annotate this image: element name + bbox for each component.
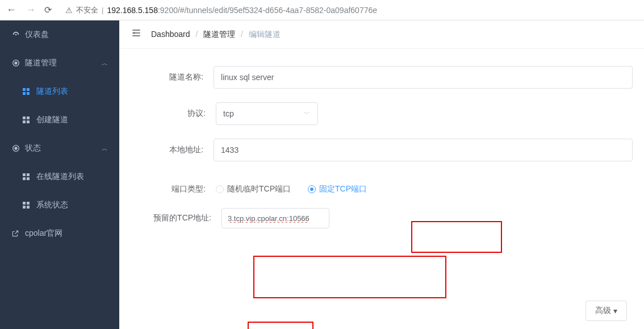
local-addr-label: 本地地址: (131, 145, 214, 155)
browser-toolbar: ← → ⟳ ⚠ 不安全 | 192.168.5.158:9200/#/tunne… (0, 0, 644, 20)
radio-fixed-port[interactable]: 固定TCP端口 (308, 184, 367, 194)
svg-rect-8 (23, 120, 26, 123)
caret-down-icon: ▾ (613, 306, 617, 315)
svg-rect-17 (27, 202, 30, 205)
circle-icon (11, 144, 25, 153)
svg-point-1 (15, 62, 17, 64)
topbar: Dashboard / 隧道管理 / 编辑隧道 (119, 20, 644, 49)
radio-random-port[interactable]: 随机临时TCP端口 (216, 184, 291, 194)
sidebar-item-create-tunnel[interactable]: 创建隧道 (0, 106, 119, 134)
breadcrumb-tunnel-manage[interactable]: 隧道管理 (203, 30, 235, 39)
sidebar-item-tunnel-list[interactable]: 隧道列表 (0, 77, 119, 106)
svg-rect-16 (23, 202, 26, 205)
grid-icon (23, 88, 36, 95)
grid-icon (23, 116, 36, 123)
grid-icon (23, 202, 36, 209)
warning-icon: ⚠ (65, 6, 73, 15)
sidebar: 仪表盘 隧道管理 ︿ 隧道列表 创建隧道 状态 ︿ (0, 20, 119, 329)
breadcrumb-dashboard[interactable]: Dashboard (151, 30, 190, 39)
annotation-box (248, 322, 313, 329)
gauge-icon (11, 30, 25, 39)
annotation-box (253, 256, 446, 298)
tunnel-name-label: 隧道名称: (131, 72, 214, 82)
svg-rect-12 (23, 173, 26, 176)
protocol-value: tcp (223, 109, 234, 118)
sidebar-item-cpolar-site[interactable]: cpolar官网 (0, 219, 119, 248)
sidebar-item-online-list[interactable]: 在线隧道列表 (0, 163, 119, 191)
sidebar-item-system-status[interactable]: 系统状态 (0, 191, 119, 219)
chevron-up-icon: ︿ (102, 59, 108, 68)
svg-rect-9 (27, 120, 30, 123)
svg-rect-7 (27, 116, 30, 119)
radio-icon (308, 185, 316, 193)
breadcrumb-edit-tunnel: 编辑隧道 (249, 30, 281, 39)
svg-rect-19 (27, 206, 30, 209)
breadcrumb: Dashboard / 隧道管理 / 编辑隧道 (151, 30, 281, 40)
svg-rect-5 (27, 92, 30, 95)
url-text: 192.168.5.158:9200/#/tunnels/edit/95ef53… (107, 6, 377, 15)
svg-point-11 (15, 147, 17, 149)
svg-rect-14 (23, 177, 26, 180)
sidebar-item-dashboard[interactable]: 仪表盘 (0, 20, 119, 49)
chevron-up-icon: ︿ (102, 144, 108, 153)
chevron-down-icon: ﹀ (304, 109, 311, 119)
svg-rect-15 (27, 177, 30, 180)
protocol-label: 协议: (131, 109, 216, 119)
grid-icon (23, 173, 36, 180)
protocol-select[interactable]: tcp ﹀ (216, 102, 318, 125)
local-addr-input[interactable] (214, 139, 633, 161)
svg-rect-3 (27, 88, 30, 91)
port-type-label: 端口类型: (131, 184, 216, 194)
svg-rect-4 (23, 92, 26, 95)
svg-rect-6 (23, 116, 26, 119)
address-bar[interactable]: ⚠ 不安全 | 192.168.5.158:9200/#/tunnels/edi… (60, 2, 638, 18)
circle-icon (11, 59, 25, 68)
forward-button[interactable]: → (25, 4, 36, 16)
sidebar-item-tunnel-manage[interactable]: 隧道管理 ︿ (0, 49, 119, 77)
reload-button[interactable]: ⟳ (44, 5, 52, 15)
edit-form: 隧道名称: 协议: tcp ﹀ 本地地址: 端口类型: 随机临时 (119, 49, 644, 253)
external-link-icon (11, 230, 25, 238)
sidebar-item-status[interactable]: 状态 ︿ (0, 134, 119, 163)
reserved-tcp-input[interactable] (221, 208, 329, 228)
back-button[interactable]: ← (6, 4, 17, 16)
svg-rect-13 (27, 173, 30, 176)
advanced-button[interactable]: 高级 ▾ (586, 301, 627, 321)
svg-rect-2 (23, 88, 26, 91)
main-content: Dashboard / 隧道管理 / 编辑隧道 隧道名称: 协议: tcp ﹀ … (119, 20, 644, 329)
collapse-icon[interactable] (131, 27, 142, 41)
reserved-tcp-label: 预留的TCP地址: (131, 213, 221, 223)
insecure-label: 不安全 (76, 5, 98, 15)
divider: | (102, 6, 103, 14)
svg-rect-18 (23, 206, 26, 209)
radio-icon (216, 185, 224, 193)
tunnel-name-input[interactable] (214, 66, 633, 89)
